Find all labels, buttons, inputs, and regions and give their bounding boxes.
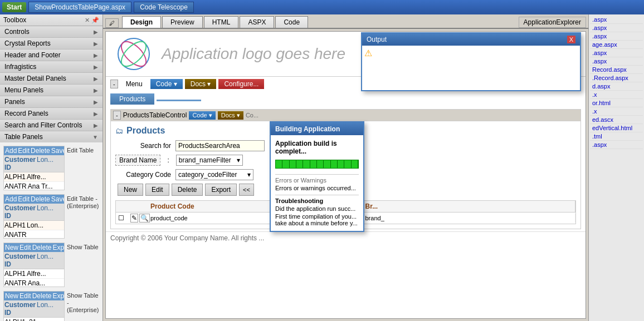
progress-seg-1 [276,160,282,168]
design-icon[interactable]: 🖊 [105,18,119,28]
toolbox-section-label-panels: Panels [4,98,25,106]
products-tab[interactable]: Products [110,93,154,105]
progress-seg-3 [290,160,296,168]
right-panel-item-11[interactable]: .x [590,107,643,116]
right-panel-item-6[interactable]: Record.aspx [590,66,643,74]
grid-header-check [116,201,129,212]
design-menu-item-menu[interactable]: Menu [120,79,148,89]
grid-header-icons [129,201,146,212]
progress-seg-4 [296,160,303,168]
toolbox-section-controls: Controls ▶ [0,26,103,38]
toolbox-section-header-sf[interactable]: Search and Filter Controls ▶ [0,120,103,131]
taskbar-item-0[interactable]: ShowProductsTablePage.aspx [28,2,131,13]
pin-icon[interactable]: ✕ 📌 [85,17,99,24]
chevron-icon-controls: ▶ [94,29,98,35]
toolbox-section-header-crystal[interactable]: Crystal Reports ▶ [0,38,103,49]
products-control-header: - ProductsTableControl Code ▾ Docs ▾ Co.… [111,110,580,121]
search-input[interactable] [175,140,265,151]
brand-name-select[interactable]: brand_nameFilter ▾ [176,155,243,166]
products-icon: 🗂 [115,126,123,135]
progress-seg-10 [338,160,344,168]
products-control-code-btn[interactable]: Code ▾ [189,111,215,120]
design-minus-button[interactable]: - [110,80,118,88]
toolbox-section-record-panels: Record Panels ▶ [0,108,103,120]
new-button[interactable]: New [118,184,143,196]
tab-code[interactable]: Code [275,16,308,28]
design-configure-button[interactable]: Configure... [218,79,264,89]
toolbox-section-header-controls[interactable]: Controls ▶ [0,26,103,37]
products-control-minus[interactable]: - [113,111,121,120]
build-complete-message: Application build is complet... [275,140,359,155]
toolbox-section-header-hf[interactable]: Header and Footer ▶ [0,50,103,61]
grid-edit-icon[interactable]: ✎ [130,214,138,223]
edit-button[interactable]: Edit [145,184,169,196]
tab-html[interactable]: HTML [204,16,239,28]
toolbox-section-master-detail: Master Detail Panels ▶ [0,73,103,85]
toolbox-section-header-md[interactable]: Master Detail Panels ▶ [0,73,103,84]
warning-icon: ⚠ [364,48,372,58]
progress-seg-2 [282,160,289,168]
right-panel-item-1[interactable]: .aspx [590,24,643,32]
errors-content: Errors or warnings occurred... [275,185,359,191]
chevron-icon-crystal: ▶ [94,41,98,47]
thumb-label-edit-table: Edit Table [67,147,94,154]
export-button[interactable]: Export [205,184,237,196]
tab-aspx[interactable]: ASPX [240,16,274,28]
right-panel-item-5[interactable]: .aspx [590,57,643,66]
output-title: Output [367,36,387,43]
toolbox-section-header-infra[interactable]: Infragistics ▶ [0,61,103,72]
products-title: Products [126,126,165,136]
toolbox-section-infragistics: Infragistics ▶ [0,61,103,73]
category-code-select[interactable]: category_codeFilter ▾ [175,169,253,180]
right-panel-item-15[interactable]: .aspx [590,141,643,149]
app-explorer-tab[interactable]: ApplicationExplorer [519,17,586,28]
tab-preview[interactable]: Preview [162,16,203,28]
right-panel-item-12[interactable]: ed.ascx [590,116,643,124]
start-button[interactable]: Start [2,2,26,12]
right-panel-item-9[interactable]: .x [590,91,643,99]
toolbox-section-label-tp: Table Panels [4,133,43,141]
thumb-label-show-table: Show Table [67,244,99,251]
chevron-icon-md: ▶ [94,76,98,82]
right-panel-item-10[interactable]: or.html [590,99,643,107]
toolbox-section-header-rp[interactable]: Record Panels ▶ [0,108,103,119]
taskbar-item-1[interactable]: Code Telescope [134,2,194,13]
right-panel-item-3[interactable]: age.aspx [590,41,643,49]
right-panel-item-4[interactable]: .aspx [590,49,643,57]
products-control-name: ProductsTableControl [123,111,187,119]
design-code-button[interactable]: Code ▾ [150,79,183,89]
grid-col-brand[interactable]: Br... [361,201,576,212]
building-title: Building Application [275,125,340,133]
nav-button[interactable]: << [239,184,254,196]
right-panel-item-7[interactable]: .Record.aspx [590,74,643,82]
toolbox-section-header-tp[interactable]: Table Panels ▼ [0,131,103,142]
right-panel-item-0[interactable]: .aspx [590,16,643,24]
tab-bar: 🖊 Design Preview HTML ASPX Code Applicat… [103,14,588,29]
products-control-ellipsis: Co... [246,112,258,118]
toolbox-section-panels: Panels ▶ [0,96,103,108]
output-close-button[interactable]: X [567,36,575,43]
design-docs-button[interactable]: Docs ▾ [185,79,217,89]
right-panel-items: .aspx .aspx .aspx age.aspx .aspx .aspx R… [589,14,644,150]
right-panel-item-13[interactable]: edVertical.html [590,124,643,132]
progress-seg-7 [317,160,324,168]
progress-seg-8 [324,160,330,168]
right-panel-item-2[interactable]: .aspx [590,32,643,41]
progress-seg-12 [352,160,358,168]
toolbox-section-label-sf: Search and Filter Controls [4,121,82,129]
products-control-docs-btn[interactable]: Docs ▾ [218,111,243,120]
tab-design[interactable]: Design [122,16,161,28]
category-select-arrow: ▾ [247,171,251,179]
toolbox-section-header-panels[interactable]: Panels ▶ [0,96,103,107]
delete-button[interactable]: Delete [172,184,203,196]
right-panel-item-8[interactable]: d.aspx [590,82,643,91]
toolbox-section-label-infra: Infragistics [4,63,36,71]
brand-name-value: brand_nameFilter [179,156,231,164]
toolbox-section-crystal: Crystal Reports ▶ [0,38,103,50]
right-panel-item-14[interactable]: .tml [590,132,643,141]
chevron-icon-mp: ▶ [94,87,98,93]
logo-text: Application logo goes here [162,45,345,63]
toolbox-section-header-mp[interactable]: Menu Panels ▶ [0,85,103,96]
troubleshoot-q2: First time compilation of you... take ab… [275,213,359,226]
output-header: Output X [362,33,580,46]
